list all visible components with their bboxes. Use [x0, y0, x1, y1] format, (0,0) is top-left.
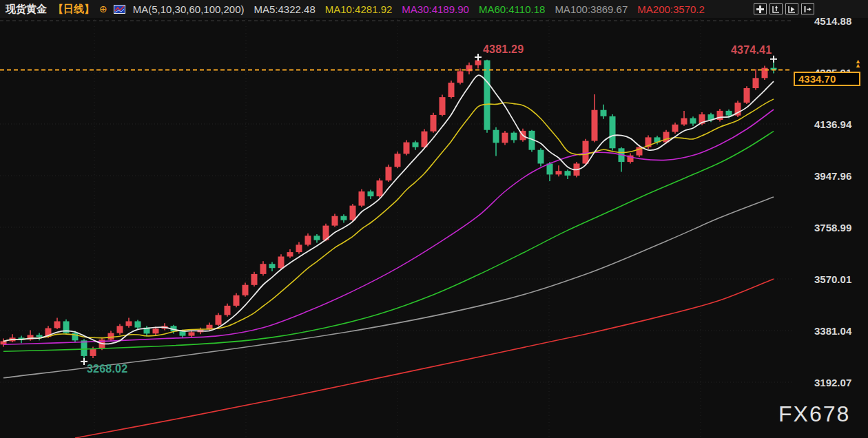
y-axis-label: 3570.01	[814, 273, 851, 285]
y-axis-label: 3192.07	[814, 377, 851, 388]
legend-ma5: MA5:4322.48	[254, 3, 316, 15]
legend-ma200: MA200:3570.2	[637, 3, 705, 15]
current-price-value: 4334.70	[798, 73, 836, 85]
price-chart[interactable]	[0, 0, 868, 438]
y-axis-label: 3758.99	[814, 222, 851, 233]
mini-candlestick-chart-icon[interactable]	[114, 5, 125, 14]
go-to-latest-icon	[787, 5, 796, 14]
auto-fit-scale-button[interactable]	[769, 3, 783, 14]
legend-ma100: MA100:3869.67	[555, 3, 628, 15]
peak-price-annotation: 4381.29	[483, 43, 524, 56]
interval-label: 【日线】	[53, 3, 94, 16]
y-axis-label: 4136.94	[814, 118, 851, 130]
low-price-annotation: 3268.02	[87, 363, 127, 375]
step-forward-icon	[803, 5, 812, 14]
pan-crosshair-icon	[756, 5, 765, 14]
step-forward-button[interactable]	[801, 3, 814, 14]
price-up-arrows-icon: ▲▲	[855, 60, 861, 67]
ma-settings-label: MA(5,10,30,60,100,200)	[133, 3, 245, 15]
go-to-latest-button[interactable]	[785, 3, 798, 14]
chart-header: 现货黄金 【日线】 ⊕ MA(5,10,30,60,100,200) MA5:4…	[0, 0, 868, 18]
symbol-title: 现货黄金	[6, 3, 47, 16]
add-indicator-icon[interactable]: ⊕	[99, 3, 107, 14]
recent-high-annotation: 4374.41	[731, 44, 772, 56]
legend-ma10: MA10:4281.92	[325, 3, 393, 15]
y-axis-label: 3381.04	[814, 325, 851, 337]
y-axis-label: 3947.96	[814, 170, 851, 182]
legend-ma30: MA30:4189.90	[402, 3, 469, 15]
pan-crosshair-button[interactable]	[754, 3, 767, 14]
chart-toolbar	[754, 3, 814, 14]
auto-fit-scale-icon	[772, 5, 781, 14]
current-price-tag: 4334.70	[794, 72, 860, 86]
legend-ma60: MA60:4110.18	[479, 3, 545, 15]
chart-window: 现货黄金 【日线】 ⊕ MA(5,10,30,60,100,200) MA5:4…	[0, 0, 868, 438]
